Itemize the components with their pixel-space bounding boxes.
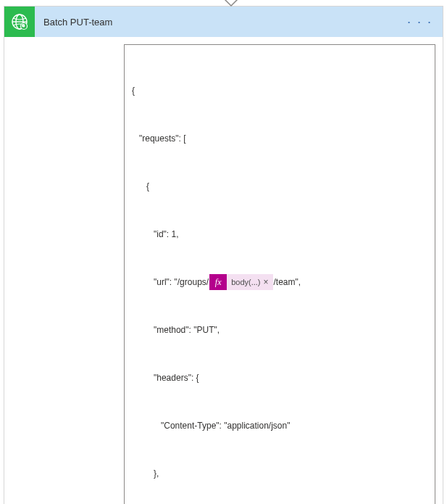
action-menu-button[interactable]: · · · (397, 15, 443, 30)
code-line: { (132, 178, 427, 194)
code-line: "method": "PUT", (132, 322, 427, 338)
code-line: }, (132, 466, 427, 482)
expression-token[interactable]: fx body(...) × (209, 274, 273, 290)
token-remove-icon[interactable]: × (261, 274, 269, 290)
code-text: "url": "/groups/ (154, 274, 209, 290)
code-line: "id": 1, (132, 226, 427, 242)
fx-icon: fx (209, 274, 227, 290)
action-title: Batch PUT-team (35, 17, 397, 28)
code-line: "requests": [ (132, 131, 427, 146)
action-body: body { "requests": [ { "id": 1, "url": "… (4, 37, 443, 504)
code-line: "url": "/groups/ fx body(...) × /team", (132, 274, 427, 290)
code-line: { (132, 83, 427, 99)
token-label-text: body(...) (231, 274, 260, 290)
action-card: Batch PUT-team · · · body { "requests": … (4, 6, 443, 504)
body-input[interactable]: { "requests": [ { "id": 1, "url": "/grou… (124, 44, 435, 504)
code-text: /team", (274, 274, 301, 290)
token-label: body(...) × (227, 274, 272, 290)
action-header[interactable]: Batch PUT-team · · · (4, 7, 443, 37)
code-line: "Content-Type": "application/json" (132, 418, 427, 434)
parameter-label-body: body (12, 44, 124, 504)
batch-connector-icon (4, 7, 35, 37)
code-line: "headers": { (132, 370, 427, 386)
